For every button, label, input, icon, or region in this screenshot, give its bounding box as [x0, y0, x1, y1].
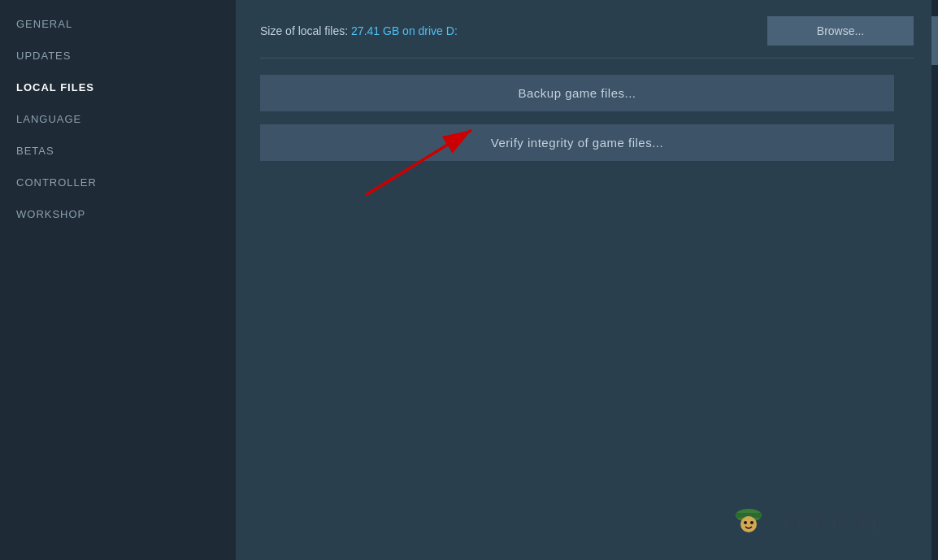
verify-integrity-button[interactable]: Verify integrity of game files... — [260, 124, 894, 161]
scrollbar-thumb[interactable] — [931, 16, 938, 65]
svg-point-6 — [750, 521, 753, 524]
watermark: APPUALS — [728, 503, 905, 544]
browse-button[interactable]: Browse... — [767, 16, 914, 46]
sidebar-item-local-files[interactable]: LOCAL FILES — [0, 72, 236, 103]
file-size-label: Size of local files: 27.41 GB on drive D… — [260, 24, 458, 37]
file-size-value: 27.41 GB on drive D: — [351, 24, 458, 37]
svg-point-4 — [740, 516, 757, 532]
watermark-text: APPUALS — [774, 509, 905, 539]
svg-point-5 — [744, 521, 747, 524]
sidebar-item-betas[interactable]: BETAS — [0, 135, 236, 167]
sidebar: GENERAL UPDATES LOCAL FILES LANGUAGE BET… — [0, 0, 236, 560]
backup-game-files-button[interactable]: Backup game files... — [260, 75, 894, 111]
watermark-icon — [728, 503, 769, 544]
file-size-row: Size of local files: 27.41 GB on drive D… — [260, 16, 914, 59]
action-buttons: Backup game files... Verify integrity of… — [260, 75, 914, 161]
main-content: Size of local files: 27.41 GB on drive D… — [236, 0, 938, 560]
sidebar-item-language[interactable]: LANGUAGE — [0, 103, 236, 135]
sidebar-item-updates[interactable]: UPDATES — [0, 40, 236, 72]
scrollbar[interactable] — [931, 0, 938, 560]
sidebar-item-controller[interactable]: CONTROLLER — [0, 167, 236, 198]
sidebar-item-general[interactable]: GENERAL — [0, 8, 236, 40]
sidebar-item-workshop[interactable]: WORKSHOP — [0, 198, 236, 230]
